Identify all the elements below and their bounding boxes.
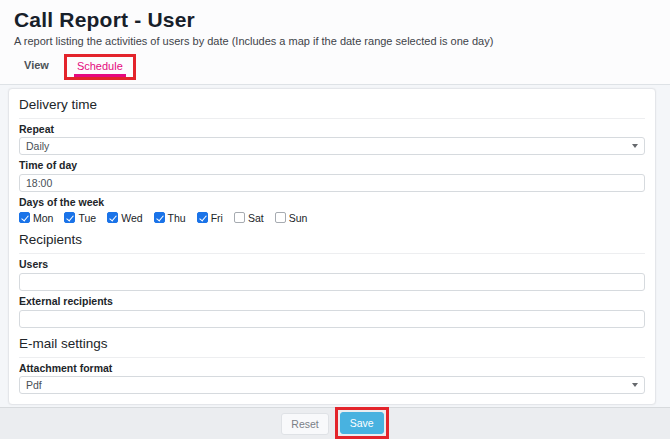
- annotation-box-schedule: Schedule: [64, 54, 136, 80]
- schedule-form-card: Delivery time Repeat Daily Time of day D…: [8, 88, 656, 405]
- page-subtitle: A report listing the activities of users…: [14, 35, 670, 47]
- day-checkbox-wed[interactable]: [107, 212, 118, 223]
- section-heading-recipients: Recipients: [19, 232, 645, 254]
- days-of-week-group: Mon Tue Wed Thu Fri: [19, 211, 645, 224]
- day-option-mon: Mon: [19, 212, 53, 224]
- page: Call Report - User A report listing the …: [0, 0, 670, 439]
- tab-bar: View Schedule: [0, 54, 670, 85]
- day-checkbox-fri[interactable]: [197, 212, 208, 223]
- repeat-label: Repeat: [19, 124, 645, 135]
- day-checkbox-sun[interactable]: [275, 212, 286, 223]
- section-heading-delivery-time: Delivery time: [19, 97, 645, 119]
- day-option-fri: Fri: [197, 212, 223, 224]
- external-recipients-label: External recipients: [19, 296, 645, 307]
- day-option-wed: Wed: [107, 212, 142, 224]
- users-input[interactable]: [19, 273, 645, 291]
- time-of-day-input[interactable]: [19, 174, 645, 192]
- day-label-fri: Fri: [211, 212, 223, 224]
- day-option-tue: Tue: [64, 212, 96, 224]
- time-of-day-label: Time of day: [19, 160, 645, 171]
- day-label-sat: Sat: [248, 212, 264, 224]
- page-header: Call Report - User A report listing the …: [0, 0, 670, 85]
- annotation-box-save: Save: [335, 407, 389, 439]
- day-label-sun: Sun: [289, 212, 308, 224]
- footer-bar: Reset Save: [0, 407, 670, 439]
- chevron-down-icon: [632, 144, 638, 148]
- save-button[interactable]: Save: [340, 412, 384, 434]
- day-label-thu: Thu: [168, 212, 186, 224]
- section-heading-email-settings: E-mail settings: [19, 336, 645, 358]
- day-label-tue: Tue: [78, 212, 96, 224]
- attachment-format-select-value: Pdf: [26, 379, 42, 391]
- day-checkbox-sat[interactable]: [234, 212, 245, 223]
- day-label-mon: Mon: [33, 212, 53, 224]
- chevron-down-icon: [632, 383, 638, 387]
- tab-schedule[interactable]: Schedule: [74, 60, 126, 77]
- day-option-thu: Thu: [154, 212, 186, 224]
- attachment-format-label: Attachment format: [19, 363, 645, 374]
- repeat-select-value: Daily: [26, 140, 49, 152]
- day-checkbox-mon[interactable]: [19, 212, 30, 223]
- page-title: Call Report - User: [14, 8, 670, 32]
- external-recipients-input[interactable]: [19, 310, 645, 328]
- days-of-week-label: Days of the week: [19, 197, 645, 208]
- attachment-format-select[interactable]: Pdf: [19, 376, 645, 394]
- users-label: Users: [19, 259, 645, 270]
- day-option-sun: Sun: [275, 212, 308, 224]
- day-checkbox-tue[interactable]: [64, 212, 75, 223]
- day-label-wed: Wed: [121, 212, 142, 224]
- day-option-sat: Sat: [234, 212, 264, 224]
- tab-view[interactable]: View: [12, 55, 61, 79]
- repeat-select[interactable]: Daily: [19, 137, 645, 155]
- content-area: Delivery time Repeat Daily Time of day D…: [0, 85, 670, 407]
- day-checkbox-thu[interactable]: [154, 212, 165, 223]
- reset-button[interactable]: Reset: [281, 413, 328, 435]
